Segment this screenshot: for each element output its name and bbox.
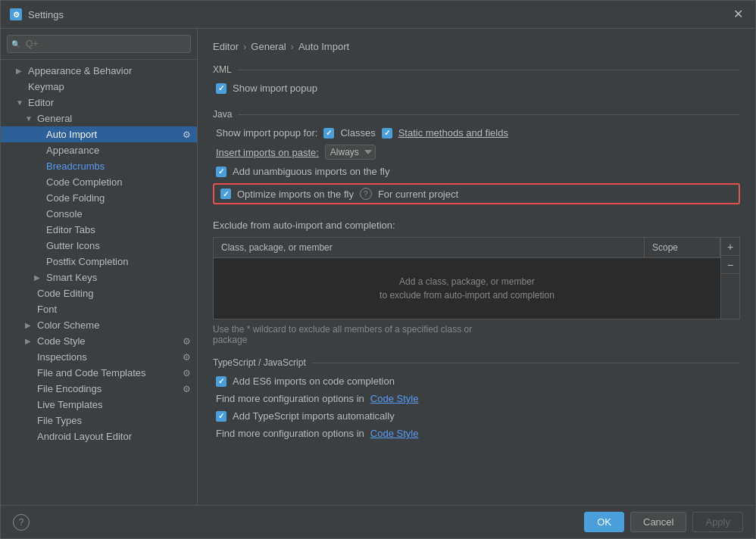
chevron-down-icon: ▼ xyxy=(25,114,34,123)
add-unambiguous-checkbox[interactable] xyxy=(216,167,226,177)
show-import-popup-for-label: Show import popup for: xyxy=(216,127,317,139)
help-icon[interactable]: ? xyxy=(360,188,372,200)
sidebar-item-label: Code Editing xyxy=(37,288,93,299)
sidebar-item-code-folding[interactable]: Code Folding xyxy=(1,190,197,206)
sidebar-item-label: Color Scheme xyxy=(37,319,99,331)
sidebar-item-android-layout-editor[interactable]: Android Layout Editor xyxy=(1,428,197,444)
chevron-right-icon: ▶ xyxy=(34,273,43,282)
placeholder-line2: to exclude from auto-import and completi… xyxy=(380,290,555,301)
sidebar-item-general[interactable]: ▼ General xyxy=(1,111,197,126)
xml-section-title: XML xyxy=(213,64,232,75)
optimize-imports-label: Optimize imports on the fly xyxy=(237,188,354,200)
dialog-title: Settings xyxy=(28,9,64,20)
add-typescript-row: Add TypeScript imports automatically xyxy=(213,410,740,422)
close-button[interactable]: ✕ xyxy=(730,7,746,22)
show-import-popup-row: Show import popup xyxy=(213,83,740,94)
ts-note-prefix: Find more configuration options in xyxy=(216,428,364,439)
add-button[interactable]: + xyxy=(721,238,739,256)
sidebar-item-live-templates[interactable]: Live Templates xyxy=(1,397,197,413)
breadcrumb-sep2: › xyxy=(291,41,294,52)
show-import-popup-checkbox[interactable] xyxy=(216,83,226,94)
sidebar-item-code-style[interactable]: ▶ Code Style ⚙ xyxy=(1,333,197,349)
title-bar-left: ⚙ Settings xyxy=(10,8,64,20)
xml-section-header: XML xyxy=(213,64,740,75)
sidebar-item-editor[interactable]: ▼ Editor xyxy=(1,95,197,111)
optimize-imports-checkbox[interactable] xyxy=(220,188,231,199)
table-side-actions: + − xyxy=(720,238,739,319)
sidebar-item-label: Auto Import xyxy=(46,129,97,140)
sidebar-item-appearance[interactable]: Appearance xyxy=(1,142,197,158)
chevron-right-icon: ▶ xyxy=(25,321,34,329)
add-es6-label: Add ES6 imports on code completion xyxy=(233,375,395,387)
search-input[interactable] xyxy=(7,35,191,53)
add-unambiguous-row: Add unambiguous imports on the fly xyxy=(213,166,740,177)
sidebar-item-gutter-icons[interactable]: Gutter Icons xyxy=(1,238,197,254)
sidebar-item-label: Keymap xyxy=(28,81,64,92)
add-typescript-label: Add TypeScript imports automatically xyxy=(233,410,395,422)
sidebar-item-label: Smart Keys xyxy=(46,272,97,283)
sidebar-item-label: Inspections xyxy=(37,351,87,363)
remove-button[interactable]: − xyxy=(721,256,739,274)
sidebar-item-color-scheme[interactable]: ▶ Color Scheme xyxy=(1,317,197,333)
sidebar-item-label: Android Layout Editor xyxy=(37,431,132,442)
sidebar-item-file-types[interactable]: File Types xyxy=(1,413,197,428)
insert-imports-dropdown[interactable]: Always Ask Never xyxy=(325,145,376,160)
sidebar-item-label: General xyxy=(37,113,72,124)
sidebar-item-console[interactable]: Console xyxy=(1,206,197,222)
sidebar-item-inspections[interactable]: Inspections ⚙ xyxy=(1,349,197,365)
sidebar-item-breadcrumbs[interactable]: Breadcrumbs xyxy=(1,158,197,174)
es6-note-prefix: Find more configuration options in xyxy=(216,393,364,404)
es6-code-style-link[interactable]: Code Style xyxy=(370,393,419,404)
sidebar-item-editor-tabs[interactable]: Editor Tabs xyxy=(1,222,197,238)
sidebar-item-label: File Encodings xyxy=(37,383,102,394)
cancel-button[interactable]: Cancel xyxy=(630,512,686,532)
sidebar-item-appearance-behavior[interactable]: ▶ Appearance & Behavior xyxy=(1,63,197,79)
sidebar-item-label: File and Code Templates xyxy=(37,367,146,379)
ts-note-row: Find more configuration options in Code … xyxy=(213,428,740,439)
classes-checkbox[interactable] xyxy=(323,128,334,139)
settings-icon-small: ⚙ xyxy=(183,129,191,140)
java-section: Java Show import popup for: Classes Stat… xyxy=(213,109,740,204)
sidebar-item-code-completion[interactable]: Code Completion xyxy=(1,174,197,190)
static-methods-checkbox[interactable] xyxy=(382,128,392,139)
exclude-table: Class, package, or member Scope Add a cl… xyxy=(213,237,740,319)
static-methods-label: Static methods and fields xyxy=(398,127,508,139)
sidebar-item-smart-keys[interactable]: ▶ Smart Keys xyxy=(1,270,197,285)
tree: ▶ Appearance & Behavior Keymap ▼ Editor … xyxy=(1,60,197,505)
wildcard-note: Use the * wildcard to exclude all member… xyxy=(213,324,740,345)
show-import-popup-for-row: Show import popup for: Classes Static me… xyxy=(213,127,740,139)
add-typescript-checkbox[interactable] xyxy=(216,411,226,422)
breadcrumb-auto-import: Auto Import xyxy=(298,41,349,52)
table-header: Class, package, or member Scope xyxy=(214,238,720,258)
add-es6-row: Add ES6 imports on code completion xyxy=(213,375,740,387)
exclude-label: Exclude from auto-import and completion: xyxy=(213,220,740,231)
java-section-header: Java xyxy=(213,109,740,120)
ok-button[interactable]: OK xyxy=(584,512,624,532)
settings-icon-small: ⚙ xyxy=(183,384,191,394)
sidebar: ▶ Appearance & Behavior Keymap ▼ Editor … xyxy=(1,29,198,505)
sidebar-item-label: Code Completion xyxy=(46,176,122,188)
main-content: ▶ Appearance & Behavior Keymap ▼ Editor … xyxy=(1,29,755,505)
placeholder-line1: Add a class, package, or member xyxy=(399,276,535,287)
sidebar-item-auto-import[interactable]: Auto Import ⚙ xyxy=(1,126,197,142)
add-es6-checkbox[interactable] xyxy=(216,376,226,387)
breadcrumb: Editor › General › Auto Import xyxy=(213,41,740,52)
help-button[interactable]: ? xyxy=(13,514,30,531)
apply-button[interactable]: Apply xyxy=(692,512,743,532)
ts-code-style-link[interactable]: Code Style xyxy=(370,428,419,439)
insert-imports-label: Insert imports on paste: xyxy=(216,147,319,158)
sidebar-item-file-encodings[interactable]: File Encodings ⚙ xyxy=(1,381,197,397)
sidebar-item-file-code-templates[interactable]: File and Code Templates ⚙ xyxy=(1,365,197,381)
sidebar-item-code-editing[interactable]: Code Editing xyxy=(1,285,197,301)
insert-imports-row: Insert imports on paste: Always Ask Neve… xyxy=(213,145,740,160)
sidebar-item-label: Font xyxy=(37,304,57,315)
sidebar-item-label: Live Templates xyxy=(37,399,102,410)
chevron-right-icon: ▶ xyxy=(25,337,34,345)
sidebar-item-label: Editor Tabs xyxy=(46,224,95,235)
column-scope: Scope xyxy=(645,238,720,257)
sidebar-item-font[interactable]: Font xyxy=(1,301,197,317)
settings-icon: ⚙ xyxy=(10,8,22,20)
bottom-bar: ? OK Cancel Apply xyxy=(1,505,755,538)
sidebar-item-postfix-completion[interactable]: Postfix Completion xyxy=(1,254,197,270)
sidebar-item-keymap[interactable]: Keymap xyxy=(1,79,197,95)
